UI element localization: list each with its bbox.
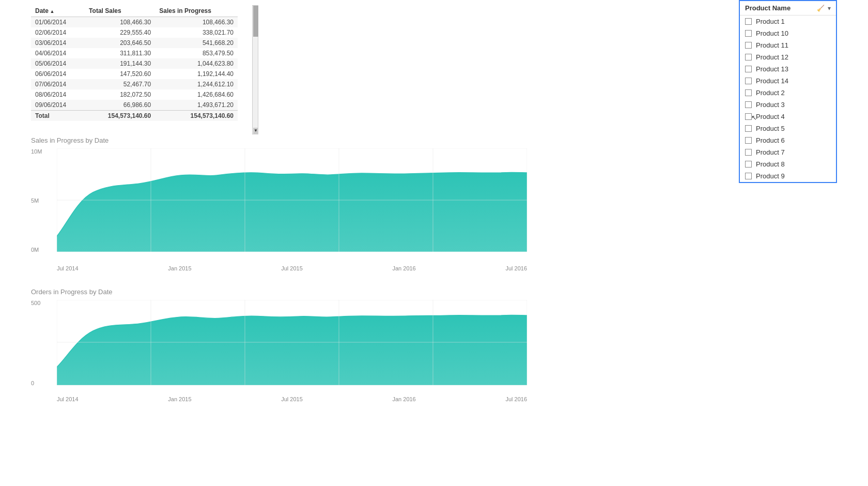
filter-product-label: Product 12 bbox=[756, 53, 788, 61]
cell-date: 06/06/2014 bbox=[31, 69, 85, 79]
x-label-jul2015: Jul 2015 bbox=[281, 265, 303, 271]
scrollbar-thumb[interactable] bbox=[253, 6, 258, 37]
sales-chart-title: Sales in Progress by Date bbox=[31, 136, 548, 144]
x-label-jul2016: Jul 2016 bbox=[505, 265, 527, 271]
table-scroll-container: Date Total Sales Sales in Progress 01/06… bbox=[31, 5, 258, 121]
sales-y-label-0m: 0M bbox=[31, 247, 39, 253]
cell-sales-progress: 541,668.20 bbox=[155, 38, 238, 48]
filter-item[interactable]: Product 13 bbox=[740, 63, 836, 75]
cell-date: 05/06/2014 bbox=[31, 58, 85, 69]
filter-item[interactable]: Product 11 bbox=[740, 39, 836, 51]
cell-sales-progress: 108,466.30 bbox=[155, 17, 238, 28]
filter-item[interactable]: Product 9 bbox=[740, 170, 836, 182]
filter-dropdown-icon[interactable]: ▾ bbox=[828, 5, 831, 12]
cell-date: 07/06/2014 bbox=[31, 79, 85, 89]
cell-total-sales: 311,811.30 bbox=[85, 48, 155, 58]
cell-total-sales: 229,555.40 bbox=[85, 27, 155, 38]
sales-y-label-5m: 5M bbox=[31, 198, 39, 204]
orders-x-jul2014: Jul 2014 bbox=[57, 396, 79, 402]
sales-chart-container: Sales in Progress by Date 10M 5M 0M bbox=[31, 136, 548, 262]
filter-product-label: Product 11 bbox=[756, 41, 788, 49]
cell-date: 04/06/2014 bbox=[31, 48, 85, 58]
orders-x-jul2015: Jul 2015 bbox=[281, 396, 303, 402]
filter-checkbox[interactable] bbox=[745, 101, 752, 108]
filter-item[interactable]: Product 14 bbox=[740, 75, 836, 87]
orders-x-jul2016: Jul 2016 bbox=[505, 396, 527, 402]
col-total-sales[interactable]: Total Sales bbox=[85, 5, 155, 17]
filter-checkbox[interactable] bbox=[745, 125, 752, 132]
filter-checkbox[interactable] bbox=[745, 54, 752, 60]
filter-checkbox[interactable] bbox=[745, 18, 752, 25]
cell-sales-progress: 1,244,612.10 bbox=[155, 79, 238, 89]
filter-header-icons: 🧹 ▾ bbox=[817, 5, 831, 12]
filter-checkbox[interactable] bbox=[745, 89, 752, 96]
cell-total-sales: 182,072.50 bbox=[85, 89, 155, 100]
total-progress-value: 154,573,140.60 bbox=[155, 111, 238, 122]
cell-sales-progress: 1,044,623.80 bbox=[155, 58, 238, 69]
filter-item[interactable]: Product 2 bbox=[740, 87, 836, 99]
x-label-jan2016: Jan 2016 bbox=[392, 265, 415, 271]
sales-chart-x-labels: Jul 2014 Jan 2015 Jul 2015 Jan 2016 Jul … bbox=[57, 265, 527, 271]
table-row: 01/06/2014 108,466.30 108,466.30 bbox=[31, 17, 238, 28]
table-scrollbar[interactable]: ▲ ▼ bbox=[252, 5, 258, 134]
scrollbar-arrow-down[interactable]: ▼ bbox=[253, 128, 258, 134]
filter-checkbox[interactable] bbox=[745, 78, 752, 84]
cell-date: 09/06/2014 bbox=[31, 100, 85, 111]
filter-product-label: Product 7 bbox=[756, 148, 785, 156]
cell-sales-progress: 1,493,671.20 bbox=[155, 100, 238, 111]
sales-chart-wrap: 10M 5M 0M bbox=[31, 148, 527, 262]
table-row: 04/06/2014 311,811.30 853,479.50 bbox=[31, 48, 238, 58]
filter-item[interactable]: Product 10 bbox=[740, 27, 836, 39]
filter-checkbox[interactable] bbox=[745, 113, 752, 120]
cell-date: 03/06/2014 bbox=[31, 38, 85, 48]
filter-item[interactable]: Product 6 bbox=[740, 134, 836, 146]
filter-item[interactable]: Product 4↖ bbox=[740, 111, 836, 123]
cell-date: 08/06/2014 bbox=[31, 89, 85, 100]
filter-product-label: Product 5 bbox=[756, 125, 785, 132]
filter-checkbox[interactable] bbox=[745, 30, 752, 37]
filter-item[interactable]: Product 12 bbox=[740, 51, 836, 63]
sales-y-label-10m: 10M bbox=[31, 148, 42, 155]
col-date[interactable]: Date bbox=[31, 5, 85, 17]
cell-date: 01/06/2014 bbox=[31, 17, 85, 28]
total-sales-value: 154,573,140.60 bbox=[85, 111, 155, 122]
cell-total-sales: 191,144.30 bbox=[85, 58, 155, 69]
col-sales-progress[interactable]: Sales in Progress bbox=[155, 5, 238, 17]
filter-item[interactable]: Product 3 bbox=[740, 99, 836, 111]
filter-checkbox[interactable] bbox=[745, 42, 752, 49]
filter-checkbox[interactable] bbox=[745, 173, 752, 179]
filter-product-label: Product 3 bbox=[756, 101, 785, 109]
filter-product-label: Product 14 bbox=[756, 77, 788, 85]
filter-product-label: Product 9 bbox=[756, 172, 785, 180]
filter-item[interactable]: Product 1 bbox=[740, 16, 836, 27]
filter-checkbox[interactable] bbox=[745, 66, 752, 72]
orders-chart-x-labels: Jul 2014 Jan 2015 Jul 2015 Jan 2016 Jul … bbox=[57, 396, 527, 402]
filter-product-label: Product 8 bbox=[756, 160, 785, 168]
filter-header: Product Name 🧹 ▾ bbox=[740, 1, 836, 16]
filter-eraser-icon[interactable]: 🧹 bbox=[817, 5, 825, 12]
filter-item[interactable]: Product 8 bbox=[740, 158, 836, 170]
orders-chart-title: Orders in Progress by Date bbox=[31, 288, 548, 296]
filter-checkbox[interactable] bbox=[745, 149, 752, 156]
orders-x-jan2015: Jan 2015 bbox=[168, 396, 191, 402]
table-row: 07/06/2014 52,467.70 1,244,612.10 bbox=[31, 79, 238, 89]
sales-chart-svg bbox=[57, 148, 527, 252]
filter-item[interactable]: Product 7 bbox=[740, 146, 836, 158]
filter-list: Product 1Product 10Product 11Product 12P… bbox=[740, 16, 836, 182]
data-table: Date Total Sales Sales in Progress 01/06… bbox=[31, 5, 238, 121]
filter-checkbox[interactable] bbox=[745, 161, 752, 168]
filter-product-label: Product 6 bbox=[756, 136, 785, 144]
table-row: 03/06/2014 203,646.50 541,668.20 bbox=[31, 38, 238, 48]
total-label: Total bbox=[31, 111, 85, 122]
cell-total-sales: 147,520.60 bbox=[85, 69, 155, 79]
table-row: 05/06/2014 191,144.30 1,044,623.80 bbox=[31, 58, 238, 69]
orders-chart-wrap: 500 0 bbox=[31, 300, 527, 393]
filter-checkbox[interactable] bbox=[745, 137, 752, 144]
filter-product-label: Product 1 bbox=[756, 18, 785, 25]
filter-panel: Product Name 🧹 ▾ Product 1Product 10Prod… bbox=[739, 0, 837, 183]
table-total-row: Total 154,573,140.60 154,573,140.60 bbox=[31, 111, 238, 122]
cell-sales-progress: 1,426,684.60 bbox=[155, 89, 238, 100]
cell-total-sales: 203,646.50 bbox=[85, 38, 155, 48]
filter-item[interactable]: Product 5 bbox=[740, 123, 836, 134]
orders-y-label-500: 500 bbox=[31, 300, 40, 306]
